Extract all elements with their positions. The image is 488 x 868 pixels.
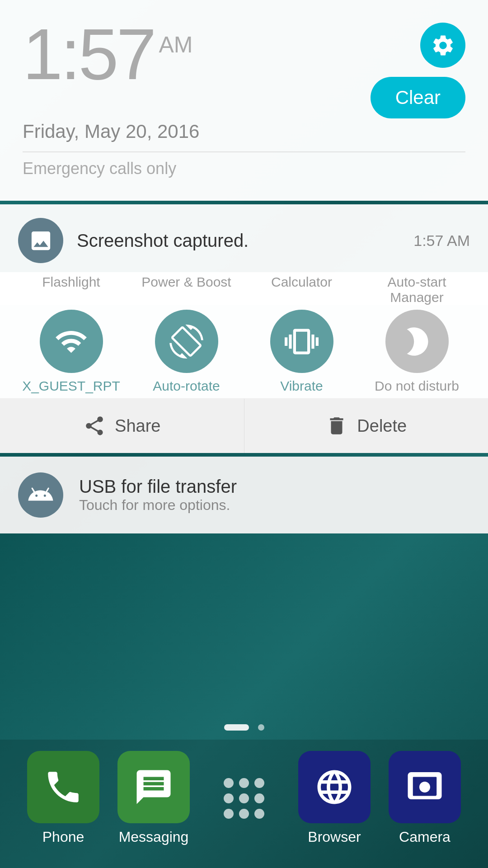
share-icon <box>83 415 106 437</box>
qs-flashlight[interactable]: Flashlight <box>19 274 123 305</box>
wifi-icon <box>54 325 88 359</box>
image-icon <box>28 228 53 253</box>
emergency-status: Emergency calls only <box>23 159 465 187</box>
clock-time: 1:57 <box>23 18 154 90</box>
qs-flashlight-label: Flashlight <box>42 274 100 290</box>
messaging-label: Messaging <box>119 829 189 845</box>
apps-dot-5 <box>239 793 249 803</box>
qs-dnd-label: Do not disturb <box>375 378 459 394</box>
qs-label-row1: Flashlight Power & Boost Calculator Auto… <box>0 272 488 305</box>
messaging-icon-bg <box>117 751 190 823</box>
qs-autorotate[interactable]: Auto-rotate <box>135 310 239 394</box>
screenshot-notification[interactable]: Screenshot captured. 1:57 AM Flashlight … <box>0 204 488 453</box>
apps-dot-1 <box>224 778 234 788</box>
camera-icon-bg <box>389 751 461 823</box>
date-display: Friday, May 20, 2016 <box>23 121 465 142</box>
delete-button[interactable]: Delete <box>244 399 488 453</box>
apps-dot-2 <box>239 778 249 788</box>
divider <box>23 151 465 152</box>
dock: Phone Messaging <box>0 740 488 868</box>
gear-icon <box>431 33 455 58</box>
qs-dnd-circle <box>385 310 449 373</box>
clear-button[interactable]: Clear <box>371 77 465 118</box>
clock-right-controls: Clear <box>371 18 465 118</box>
qs-vibrate-label: Vibrate <box>280 378 323 394</box>
apps-grid <box>220 774 268 822</box>
bottom-area: Phone Messaging <box>0 715 488 868</box>
page-dot-1 <box>224 724 249 731</box>
phone-label: Phone <box>42 829 84 845</box>
qs-autostart[interactable]: Auto-start Manager <box>365 274 469 305</box>
screenshot-title: Screenshot captured. <box>77 231 249 251</box>
screenshot-header: Screenshot captured. 1:57 AM <box>0 204 488 272</box>
phone-icon-bg <box>27 751 99 823</box>
clock-display: 1:57 AM <box>23 18 192 90</box>
dock-apps[interactable] <box>199 762 289 835</box>
qs-calculator[interactable]: Calculator <box>250 274 354 305</box>
share-label: Share <box>115 416 160 436</box>
usb-text: USB for file transfer Touch for more opt… <box>79 476 237 514</box>
quick-settings-partial: Flashlight Power & Boost Calculator Auto… <box>0 272 488 398</box>
screenshot-time: 1:57 AM <box>413 232 470 250</box>
qs-wifi-circle <box>40 310 103 373</box>
delete-icon <box>325 415 348 437</box>
qs-calculator-label: Calculator <box>271 274 332 290</box>
browser-icon <box>314 767 355 807</box>
usb-notification[interactable]: USB for file transfer Touch for more opt… <box>0 457 488 533</box>
android-icon <box>27 481 54 509</box>
browser-icon-bg <box>298 751 371 823</box>
messaging-icon <box>133 767 174 807</box>
dock-camera[interactable]: Camera <box>380 751 470 845</box>
apps-dot-3 <box>254 778 264 788</box>
moon-icon <box>400 325 434 359</box>
delete-label: Delete <box>357 416 407 436</box>
apps-dot-8 <box>239 809 249 819</box>
clock-ampm: AM <box>159 32 192 58</box>
apps-dot-9 <box>254 809 264 819</box>
share-button[interactable]: Share <box>0 399 244 453</box>
camera-icon <box>404 767 445 807</box>
apps-icon-bg <box>208 762 280 835</box>
dock-phone[interactable]: Phone <box>18 751 108 845</box>
screenshot-icon <box>18 218 63 263</box>
apps-dot-6 <box>254 793 264 803</box>
qs-row2: X_GUEST_RPT Auto-rotate <box>0 305 488 398</box>
qs-wifi-label: X_GUEST_RPT <box>22 378 120 394</box>
qs-vibrate[interactable]: Vibrate <box>250 310 354 394</box>
qs-power-boost[interactable]: Power & Boost <box>135 274 239 305</box>
qs-autorotate-label: Auto-rotate <box>153 378 220 394</box>
qs-autorotate-circle <box>155 310 218 373</box>
qs-autostart-label: Auto-start Manager <box>365 274 469 305</box>
qs-dnd[interactable]: Do not disturb <box>365 310 469 394</box>
screenshot-title-row: Screenshot captured. 1:57 AM <box>77 231 470 251</box>
dock-browser[interactable]: Browser <box>289 751 380 845</box>
usb-title: USB for file transfer <box>79 476 237 497</box>
qs-wifi[interactable]: X_GUEST_RPT <box>19 310 123 394</box>
phone-icon <box>43 767 84 807</box>
dock-messaging[interactable]: Messaging <box>108 751 199 845</box>
qs-vibrate-circle <box>270 310 333 373</box>
usb-icon <box>18 472 63 518</box>
camera-label: Camera <box>399 829 450 845</box>
apps-dot-7 <box>224 809 234 819</box>
rotate-icon <box>169 325 203 359</box>
notification-panel: 1:57 AM Clear Friday, May 20, 2016 Emerg… <box>0 0 488 537</box>
browser-label: Browser <box>308 829 361 845</box>
status-clock-area: 1:57 AM Clear Friday, May 20, 2016 Emerg… <box>0 0 488 201</box>
settings-button[interactable] <box>420 23 465 68</box>
apps-dot-4 <box>224 793 234 803</box>
usb-subtitle: Touch for more options. <box>79 497 237 514</box>
qs-power-boost-label: Power & Boost <box>141 274 231 290</box>
page-indicators <box>0 715 488 740</box>
page-dot-2 <box>258 724 264 731</box>
vibrate-icon <box>285 325 319 359</box>
screenshot-actions: Share Delete <box>0 398 488 453</box>
